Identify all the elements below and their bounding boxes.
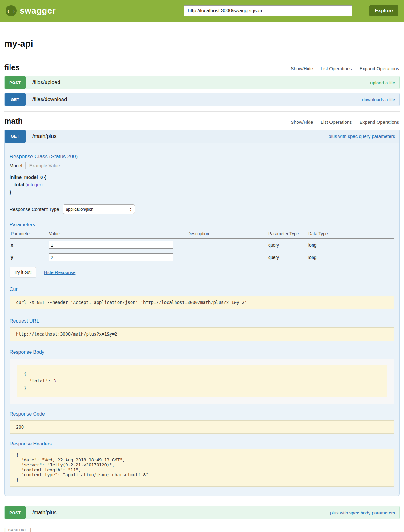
response-content-type-row: Response Content Type application/json ▲…: [10, 204, 394, 214]
parameter-description: [186, 239, 267, 251]
response-content-type-label: Response Content Type: [10, 207, 59, 212]
spec-url-input[interactable]: [184, 5, 352, 16]
post-method-badge: POST: [5, 76, 26, 89]
operation-path-link[interactable]: /math/plus: [32, 510, 56, 516]
math-section-controls: Show/Hide List Operations Expand Operati…: [287, 119, 400, 125]
json-value: 3: [53, 378, 56, 383]
curl-heading: Curl: [10, 287, 394, 292]
post-method-badge: POST: [5, 506, 26, 519]
curl-command: curl -X GET --header 'Accept: applicatio…: [10, 296, 394, 309]
operation-row-math-plus-post[interactable]: POST /math/plus plus with spec body para…: [4, 506, 400, 519]
parameter-y-input[interactable]: [49, 253, 173, 261]
parameter-data-type: long: [307, 251, 394, 264]
bracket-close: ]: [30, 527, 31, 532]
math-expand-operations-link[interactable]: Expand Operations: [356, 119, 400, 125]
response-code-heading: Response Code: [10, 411, 394, 417]
parameter-data-type: long: [307, 239, 394, 251]
math-list-operations-link[interactable]: List Operations: [317, 119, 356, 125]
parameter-description: [186, 251, 267, 264]
model-signature: inline_model_0 { total (integer) }: [10, 174, 394, 196]
page-title: my-api: [4, 39, 400, 49]
files-list-operations-link[interactable]: List Operations: [317, 66, 356, 71]
json-text: { "total":: [24, 371, 53, 383]
parameter-row-x: x query long: [10, 239, 394, 251]
bracket-open: [: [4, 527, 6, 532]
response-code-value: 200: [10, 420, 394, 434]
get-method-badge: GET: [5, 93, 26, 106]
operation-row-files-upload[interactable]: POST /files/upload upload a file: [4, 76, 400, 89]
parameter-type: query: [267, 251, 307, 264]
parameters-table: Parameter Value Description Parameter Ty…: [10, 229, 394, 263]
model-close-brace: }: [10, 188, 394, 196]
response-headers-heading: Response Headers: [10, 441, 394, 447]
select-arrows-icon: ▲▼: [130, 208, 132, 211]
json-text: }: [24, 385, 26, 390]
col-value: Value: [48, 229, 186, 239]
math-section-title: math: [4, 117, 23, 126]
explore-button[interactable]: Explore: [369, 5, 398, 16]
tab-example-value[interactable]: Example Value: [25, 162, 63, 169]
parameter-type: query: [267, 239, 307, 251]
try-it-out-button[interactable]: Try it out!: [10, 267, 36, 277]
files-expand-operations-link[interactable]: Expand Operations: [356, 66, 400, 71]
response-headers-json: { "date": "Wed, 22 Aug 2018 18:49:13 GMT…: [10, 449, 394, 487]
request-url-heading: Request URL: [10, 318, 394, 324]
response-body-container: { "total": 3 }: [10, 359, 394, 404]
page-body: my-api files Show/Hide List Operations E…: [0, 39, 404, 532]
brand-link[interactable]: {…} swagger: [6, 5, 56, 16]
model-tabs: Model Example Value: [10, 162, 394, 169]
model-name: inline_model_0 {: [10, 174, 394, 181]
parameters-heading: Parameters: [10, 222, 394, 228]
files-section-controls: Show/Hide List Operations Expand Operati…: [287, 66, 400, 71]
model-property: total (integer): [10, 181, 394, 188]
parameter-row-y: y query long: [10, 251, 394, 264]
operation-block-math-plus-get: GET /math/plus plus with spec query para…: [4, 130, 400, 496]
operation-summary[interactable]: plus with spec query parameters: [329, 134, 399, 139]
operation-summary[interactable]: plus with spec body parameters: [330, 510, 399, 515]
col-parameter: Parameter: [10, 229, 48, 239]
tab-model[interactable]: Model: [10, 162, 25, 169]
selected-content-type: application/json: [66, 207, 94, 212]
response-content-type-select[interactable]: application/json ▲▼: [63, 204, 135, 214]
response-body-heading: Response Body: [10, 349, 394, 355]
col-data-type: Data Type: [307, 229, 394, 239]
col-parameter-type: Parameter Type: [267, 229, 307, 239]
operation-path-link[interactable]: /files/download: [32, 96, 67, 103]
parameter-name: y: [10, 251, 48, 264]
files-section-title: files: [4, 63, 20, 72]
property-name: total: [14, 182, 24, 187]
operation-row-math-plus-get[interactable]: GET /math/plus plus with spec query para…: [4, 130, 400, 143]
math-show-hide-link[interactable]: Show/Hide: [287, 119, 317, 125]
hide-response-link[interactable]: Hide Response: [44, 270, 76, 275]
col-description: Description: [186, 229, 267, 239]
response-class-heading: Response Class (Status 200): [10, 154, 394, 160]
files-section-header: files Show/Hide List Operations Expand O…: [4, 63, 400, 72]
brand-name: swagger: [20, 6, 56, 16]
operation-row-files-download[interactable]: GET /files/download downloads a file: [4, 93, 400, 106]
top-bar: {…} swagger Explore: [0, 0, 404, 22]
get-method-badge: GET: [5, 130, 26, 143]
response-body-json: { "total": 3 }: [17, 365, 387, 397]
parameter-x-input[interactable]: [49, 241, 173, 249]
operation-path-link[interactable]: /files/upload: [32, 79, 60, 86]
base-url-footer: [ BASE URL: ]: [4, 527, 400, 532]
swagger-logo-icon: {…}: [6, 5, 17, 16]
operation-detail-panel: Response Class (Status 200) Model Exampl…: [4, 143, 400, 496]
property-type: (integer): [26, 182, 43, 187]
operation-summary[interactable]: downloads a file: [362, 97, 399, 102]
section-divider: [4, 111, 400, 112]
operation-summary[interactable]: upload a file: [370, 80, 399, 85]
math-section-header: math Show/Hide List Operations Expand Op…: [4, 117, 400, 126]
parameter-name: x: [10, 239, 48, 251]
files-show-hide-link[interactable]: Show/Hide: [287, 66, 317, 71]
parameters-header-row: Parameter Value Description Parameter Ty…: [10, 229, 394, 239]
base-url-label: BASE URL:: [8, 528, 28, 532]
request-url-value: http://localhost:3000/math/plus?x=1&y=2: [10, 327, 394, 341]
operation-path-link[interactable]: /math/plus: [32, 133, 56, 139]
